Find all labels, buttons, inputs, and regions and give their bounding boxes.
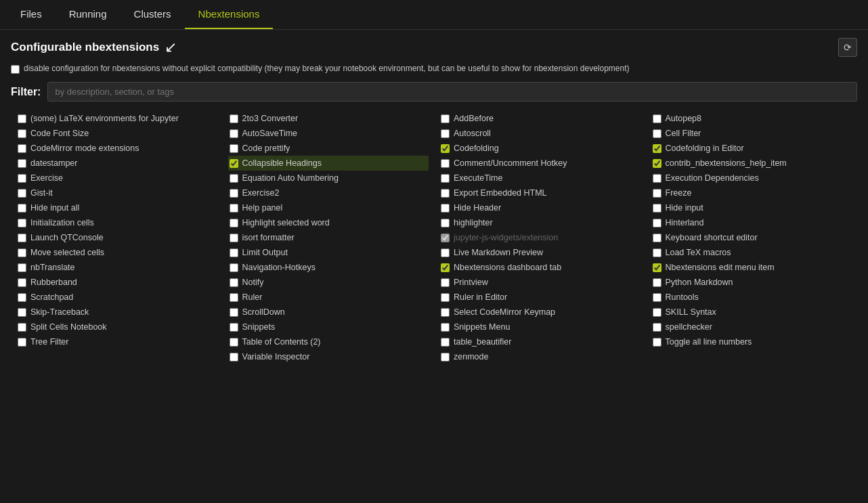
ext-checkbox[interactable] [441, 129, 450, 138]
ext-checkbox[interactable] [18, 323, 26, 332]
ext-checkbox[interactable] [653, 308, 661, 317]
ext-checkbox[interactable] [18, 174, 26, 183]
ext-item[interactable]: Runtools [651, 290, 852, 305]
ext-checkbox[interactable] [441, 159, 450, 168]
compat-checkbox[interactable] [11, 65, 20, 74]
ext-checkbox[interactable] [653, 234, 661, 242]
ext-checkbox[interactable] [653, 204, 661, 213]
ext-checkbox[interactable] [18, 189, 26, 198]
ext-checkbox[interactable] [653, 323, 661, 332]
ext-item[interactable]: Nbextensions dashboard tab [439, 260, 641, 275]
ext-checkbox[interactable] [441, 144, 450, 153]
ext-item[interactable]: Highlight selected word [228, 215, 429, 230]
ext-checkbox[interactable] [230, 338, 238, 347]
ext-checkbox[interactable] [653, 114, 661, 123]
ext-item[interactable]: Move selected cells [16, 245, 217, 260]
ext-checkbox[interactable] [441, 263, 450, 272]
ext-item[interactable]: Hinterland [651, 215, 852, 230]
ext-item[interactable]: Split Cells Notebook [16, 320, 217, 334]
ext-item[interactable]: Comment/Uncomment Hotkey [439, 156, 641, 171]
ext-item[interactable]: Collapsible Headings [228, 156, 429, 171]
ext-item[interactable]: Hide Header [439, 200, 641, 215]
ext-item[interactable]: Select CodeMirror Keymap [439, 305, 641, 320]
ext-item[interactable]: Nbextensions edit menu item [651, 260, 852, 275]
ext-item[interactable]: Autoscroll [439, 126, 641, 141]
ext-item[interactable]: ScrollDown [228, 305, 429, 320]
ext-checkbox[interactable] [18, 308, 26, 317]
ext-checkbox[interactable] [230, 129, 238, 138]
ext-item[interactable]: CodeMirror mode extensions [16, 141, 217, 156]
ext-item[interactable]: datestamper [16, 156, 217, 171]
ext-checkbox[interactable] [230, 263, 238, 272]
ext-checkbox[interactable] [18, 114, 26, 123]
ext-checkbox[interactable] [441, 189, 450, 198]
ext-checkbox[interactable] [230, 144, 238, 153]
ext-checkbox[interactable] [230, 204, 238, 213]
ext-item[interactable]: Execution Dependencies [651, 171, 852, 185]
ext-item[interactable]: Skip-Traceback [16, 305, 217, 320]
refresh-button[interactable]: ⟳ [838, 38, 857, 57]
ext-item[interactable]: Tree Filter [16, 334, 217, 349]
ext-item[interactable]: contrib_nbextensions_help_item [651, 156, 852, 171]
ext-item[interactable]: Table of Contents (2) [228, 334, 429, 349]
ext-item[interactable]: Cell Filter [651, 126, 852, 141]
ext-checkbox[interactable] [18, 234, 26, 242]
tab-nbextensions[interactable]: Nbextensions [185, 0, 274, 29]
ext-checkbox[interactable] [441, 338, 450, 347]
ext-checkbox[interactable] [441, 278, 450, 287]
ext-item[interactable]: Code Font Size [16, 126, 217, 141]
ext-checkbox[interactable] [18, 159, 26, 168]
ext-item[interactable]: Equation Auto Numbering [228, 171, 429, 185]
ext-checkbox[interactable] [653, 263, 661, 272]
ext-checkbox[interactable] [441, 234, 450, 242]
ext-checkbox[interactable] [441, 248, 450, 257]
ext-checkbox[interactable] [230, 308, 238, 317]
ext-checkbox[interactable] [441, 353, 450, 362]
tab-clusters[interactable]: Clusters [121, 0, 185, 29]
ext-checkbox[interactable] [653, 159, 661, 168]
ext-item[interactable]: Notify [228, 275, 429, 290]
ext-item[interactable]: Help panel [228, 200, 429, 215]
ext-checkbox[interactable] [230, 159, 238, 168]
ext-checkbox[interactable] [653, 278, 661, 287]
ext-item[interactable]: jupyter-js-widgets/extension [439, 230, 641, 245]
ext-checkbox[interactable] [230, 114, 238, 123]
ext-checkbox[interactable] [230, 248, 238, 257]
ext-item[interactable]: Hide input all [16, 200, 217, 215]
ext-item[interactable]: Live Markdown Preview [439, 245, 641, 260]
ext-checkbox[interactable] [441, 308, 450, 317]
ext-item[interactable]: Gist-it [16, 185, 217, 200]
ext-item[interactable]: AutoSaveTime [228, 126, 429, 141]
ext-item[interactable]: Python Markdown [651, 275, 852, 290]
ext-checkbox[interactable] [653, 248, 661, 257]
ext-item[interactable]: Initialization cells [16, 215, 217, 230]
ext-checkbox[interactable] [230, 323, 238, 332]
ext-item[interactable]: AddBefore [439, 111, 641, 126]
ext-checkbox[interactable] [653, 338, 661, 347]
ext-item[interactable]: Codefolding in Editor [651, 141, 852, 156]
ext-checkbox[interactable] [18, 204, 26, 213]
ext-checkbox[interactable] [18, 338, 26, 347]
filter-input[interactable] [47, 82, 857, 102]
ext-checkbox[interactable] [653, 189, 661, 198]
ext-checkbox[interactable] [18, 248, 26, 257]
ext-checkbox[interactable] [653, 219, 661, 227]
ext-item[interactable]: Codefolding [439, 141, 641, 156]
ext-item[interactable]: Toggle all line numbers [651, 334, 852, 349]
ext-item[interactable]: Snippets [228, 320, 429, 334]
ext-item[interactable]: Ruler in Editor [439, 290, 641, 305]
ext-item[interactable]: table_beautifier [439, 334, 641, 349]
ext-item[interactable]: SKILL Syntax [651, 305, 852, 320]
ext-checkbox[interactable] [18, 219, 26, 227]
ext-item[interactable]: Autopep8 [651, 111, 852, 126]
ext-checkbox[interactable] [230, 189, 238, 198]
ext-checkbox[interactable] [230, 174, 238, 183]
ext-checkbox[interactable] [441, 114, 450, 123]
ext-checkbox[interactable] [230, 234, 238, 242]
ext-item[interactable]: Exercise2 [228, 185, 429, 200]
ext-item[interactable]: zenmode [439, 349, 641, 364]
ext-checkbox[interactable] [653, 129, 661, 138]
ext-item[interactable]: ExecuteTime [439, 171, 641, 185]
ext-item[interactable]: Variable Inspector [228, 349, 429, 364]
tab-files[interactable]: Files [7, 0, 56, 29]
